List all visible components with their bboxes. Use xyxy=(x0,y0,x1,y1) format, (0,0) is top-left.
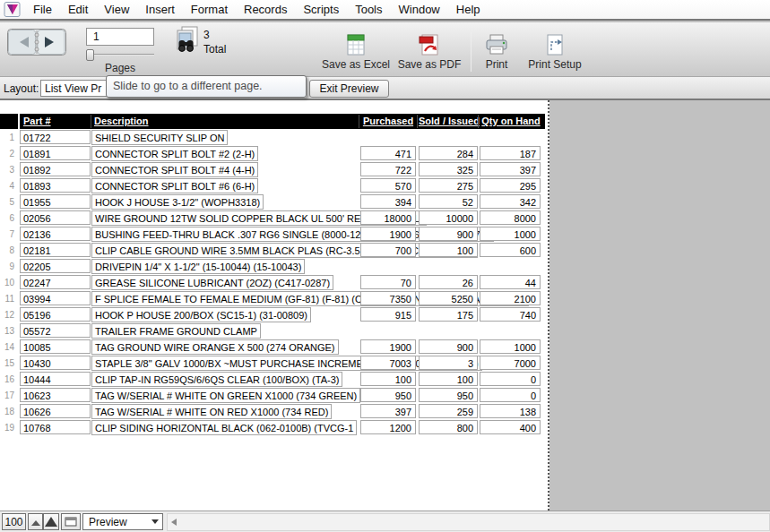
sold-issued-cell: 325 xyxy=(419,162,478,176)
sold-issued-cell: 275 xyxy=(419,178,478,193)
part-cell: 01891 xyxy=(20,146,91,160)
menu-scripts[interactable]: Scripts xyxy=(295,1,347,18)
header-divider xyxy=(478,115,479,128)
qty-on-hand-cell: 1000 xyxy=(480,339,541,354)
report-page: Part # Description Purchased Sold / Issu… xyxy=(0,100,549,511)
table-body: 1 01722 SHIELD SECURITY SLIP ON 2 01891 … xyxy=(0,129,548,435)
menu-help[interactable]: Help xyxy=(448,1,489,18)
description-cell: DRIVEPIN 1/4" X 1-1/2" (15-10044) (15-10… xyxy=(91,259,305,274)
description-cell: GREASE SILICONE LUBRICANT (2OZ) (C417-02… xyxy=(91,275,333,290)
row-number: 9 xyxy=(0,262,14,271)
exit-preview-button[interactable]: Exit Preview xyxy=(309,80,389,98)
description-cell: CONNECTOR SPLIT BOLT #6 (6-H) xyxy=(91,178,258,193)
purchased-cell: 570 xyxy=(360,178,416,193)
menu-insert[interactable]: Insert xyxy=(137,1,183,18)
qty-on-hand-cell: 0 xyxy=(480,388,541,402)
menu-format[interactable]: Format xyxy=(183,1,236,18)
purchased-cell xyxy=(360,445,416,463)
layout-label: Layout: xyxy=(4,82,39,95)
purchased-cell: 700 xyxy=(360,243,416,257)
sold-issued-cell: 800 xyxy=(419,420,478,434)
qty-on-hand-cell: 138 xyxy=(480,404,541,418)
row-number: 18 xyxy=(0,407,14,416)
description-cell: CONNECTOR SPLIT BOLT #4 (4-H) xyxy=(91,162,258,177)
description-cell: TRAILER FRAME GROUND CLAMP xyxy=(91,323,261,339)
zoom-out-button[interactable] xyxy=(28,513,43,530)
part-cell: 05572 xyxy=(20,323,91,338)
part-cell: 05196 xyxy=(20,307,91,322)
sold-issued-cell: 259 xyxy=(419,404,478,418)
row-number: 10 xyxy=(0,278,14,287)
menu-edit[interactable]: Edit xyxy=(60,1,96,18)
save-as-pdf-label: Save as PDF xyxy=(398,58,462,71)
menu-view[interactable]: View xyxy=(96,1,137,18)
save-as-excel-button[interactable]: Save as Excel xyxy=(320,33,392,71)
qty-on-hand-cell: 600 xyxy=(480,243,541,257)
header-purchased: Purchased xyxy=(360,116,416,126)
print-label: Print xyxy=(486,58,508,71)
print-button[interactable]: Print xyxy=(476,33,517,71)
menu-file[interactable]: File xyxy=(25,1,60,18)
table-row: 9 02205 DRIVEPIN 1/4" X 1-1/2" (15-10044… xyxy=(0,258,548,274)
horizontal-scrollbar[interactable] xyxy=(167,513,770,531)
menu-bar: File Edit View Insert Format Records Scr… xyxy=(0,0,770,21)
part-cell: 02136 xyxy=(20,227,91,241)
mode-selector[interactable]: Preview xyxy=(82,513,163,530)
row-number: 5 xyxy=(0,197,14,207)
description-cell: CLIP SIDING HORIZONTAL BLACK (062-0100B)… xyxy=(91,420,357,435)
page-number-input[interactable]: 1 xyxy=(86,28,154,46)
excel-icon xyxy=(345,33,367,56)
table-row: 1 01722 SHIELD SECURITY SLIP ON xyxy=(0,129,548,145)
header-divider xyxy=(417,115,418,128)
scroll-left-icon[interactable] xyxy=(171,519,177,526)
save-as-pdf-button[interactable]: Save as PDF xyxy=(394,33,464,71)
row-number: 11 xyxy=(0,294,14,304)
clipped-next-row xyxy=(0,445,548,463)
row-number: 13 xyxy=(0,326,14,336)
table-row: 11 03994 F SPLICE FEMALE TO FEMALE MEDIU… xyxy=(0,290,548,306)
sold-issued-cell: 950 xyxy=(419,388,478,402)
part-cell: 10444 xyxy=(20,372,91,386)
pdf-icon xyxy=(419,33,440,56)
row-number: 12 xyxy=(0,310,14,320)
header-description: Description xyxy=(94,116,149,126)
menu-window[interactable]: Window xyxy=(391,1,448,18)
book-navigation[interactable] xyxy=(7,29,66,56)
application-window: File Edit View Insert Format Records Scr… xyxy=(0,0,770,532)
print-setup-button[interactable]: Print Setup xyxy=(522,33,588,71)
table-row: 17 10623 TAG W/SERIAL # WHITE ON GREEN X… xyxy=(0,387,548,403)
purchased-cell: 397 xyxy=(360,404,416,418)
row-number: 19 xyxy=(0,423,14,433)
table-row: 2 01891 CONNECTOR SPLIT BOLT #2 (2-H) 47… xyxy=(0,145,548,161)
sold-issued-cell xyxy=(419,445,478,463)
slider-track[interactable] xyxy=(86,54,154,56)
row-number: 3 xyxy=(0,165,14,175)
purchased-cell: 915 xyxy=(360,307,416,322)
part-cell: 10430 xyxy=(20,356,91,370)
table-row: 3 01892 CONNECTOR SPLIT BOLT #4 (4-H) 72… xyxy=(0,161,548,177)
table-row: 6 02056 WIRE GROUND 12TW SOLID COPPER BL… xyxy=(0,210,548,226)
status-area-toggle-button[interactable] xyxy=(61,513,81,530)
menu-records[interactable]: Records xyxy=(236,1,295,18)
zoom-level-button[interactable]: 100 xyxy=(2,513,26,530)
qty-on-hand-cell: 7000 xyxy=(480,356,541,370)
zoom-in-button[interactable] xyxy=(43,513,59,530)
sold-issued-cell: 175 xyxy=(419,307,478,322)
window-icon xyxy=(63,514,79,529)
page-slider[interactable] xyxy=(86,48,154,61)
purchased-cell: 7003 xyxy=(360,356,416,370)
zoom-out-icon xyxy=(29,514,42,529)
header-band: Part # Description Purchased Sold / Issu… xyxy=(20,114,545,129)
table-row: 13 05572 TRAILER FRAME GROUND CLAMP xyxy=(0,322,548,339)
description-cell: CLIP TAP-IN RG59QS/6/6QS CLEAR (100/BOX)… xyxy=(91,372,342,387)
sold-issued-cell: 3 xyxy=(419,356,478,370)
slider-handle[interactable] xyxy=(86,49,94,61)
print-setup-icon xyxy=(544,33,566,56)
row-number: 4 xyxy=(0,181,14,191)
toolbar-separator xyxy=(471,32,472,72)
menu-tools[interactable]: Tools xyxy=(347,1,390,18)
description-cell: CONNECTOR SPLIT BOLT #2 (2-H) xyxy=(91,146,258,161)
header-part: Part # xyxy=(23,116,51,126)
sold-issued-cell: 5250 xyxy=(419,291,478,305)
qty-on-hand-cell: 1000 xyxy=(480,227,541,241)
